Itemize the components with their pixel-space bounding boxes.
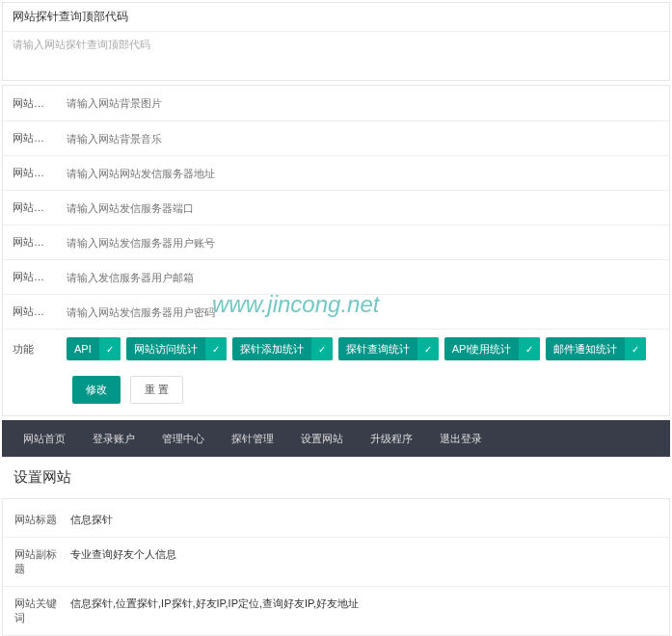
feature-visit-stats[interactable]: 网站访问统计✓ [126, 337, 227, 360]
features-label: 功能 [3, 334, 59, 364]
send-mail-input[interactable] [67, 272, 661, 283]
send-pwd-label: 网站发信... [3, 297, 59, 327]
probe-top-code-section: 网站探针查询顶部代码 请输入网站探针查询顶部代码 [2, 2, 670, 81]
nav-upgrade[interactable]: 升级程序 [357, 420, 426, 457]
feature-probe-add-stats[interactable]: 探针添加统计✓ [232, 337, 333, 360]
send-mail-label: 网站发信... [3, 262, 59, 292]
send-port-label: 网站发信... [3, 193, 59, 223]
send-server-label: 网站发信... [3, 158, 59, 188]
nav-admin[interactable]: 管理中心 [148, 420, 218, 457]
nav-settings[interactable]: 设置网站 [287, 420, 357, 457]
bg-image-label: 网站背景... [3, 89, 59, 119]
check-icon: ✓ [625, 337, 646, 360]
send-port-input[interactable] [67, 202, 661, 214]
send-server-input[interactable] [67, 168, 661, 179]
reset-button[interactable]: 重 置 [130, 376, 183, 404]
page-title: 设置网站 [0, 459, 672, 496]
feature-api-use-stats[interactable]: API使用统计✓ [444, 337, 541, 360]
site-subtitle-value: 专业查询好友个人信息 [70, 547, 669, 576]
check-icon: ✓ [417, 337, 439, 360]
check-icon: ✓ [311, 337, 333, 360]
bg-image-input[interactable] [67, 97, 661, 109]
send-pwd-input[interactable] [67, 306, 661, 318]
nav-probe[interactable]: 探针管理 [218, 420, 287, 457]
site-subtitle-label: 网站副标题 [3, 547, 70, 576]
feature-mail-notify-stats[interactable]: 邮件通知统计✓ [546, 337, 646, 360]
submit-button[interactable]: 修改 [72, 376, 121, 404]
send-user-label: 网站发信... [3, 227, 59, 257]
site-info: 网站标题 信息探针 网站副标题 专业查询好友个人信息 网站关键词 信息探针,位置… [2, 498, 670, 636]
site-keywords-label: 网站关键词 [3, 596, 70, 625]
probe-top-code-placeholder[interactable]: 请输入网站探针查询顶部代码 [13, 39, 150, 50]
feature-probe-query-stats[interactable]: 探针查询统计✓ [338, 337, 439, 360]
check-icon: ✓ [519, 337, 540, 360]
nav-logout[interactable]: 退出登录 [426, 420, 496, 457]
check-icon: ✓ [99, 337, 121, 360]
site-title-value: 信息探针 [70, 513, 669, 527]
section-title: 网站探针查询顶部代码 [3, 3, 669, 32]
navbar: 网站首页 登录账户 管理中心 探针管理 设置网站 升级程序 退出登录 [2, 420, 670, 457]
bg-music-label: 网站背景... [3, 123, 59, 153]
settings-form: 网站背景... 网站背景... 网站发信... 网站发信... 网站发信... … [2, 85, 670, 416]
features-group: API✓ 网站访问统计✓ 探针添加统计✓ 探针查询统计✓ API使用统计✓ 邮件… [59, 330, 654, 368]
send-user-input[interactable] [67, 237, 661, 249]
site-title-label: 网站标题 [3, 513, 70, 527]
check-icon: ✓ [205, 337, 227, 360]
feature-api[interactable]: API✓ [67, 337, 121, 360]
nav-home[interactable]: 网站首页 [10, 420, 79, 457]
bg-music-input[interactable] [67, 133, 661, 145]
nav-login[interactable]: 登录账户 [79, 420, 148, 457]
site-keywords-value: 信息探针,位置探针,IP探针,好友IP,IP定位,查询好友IP,好友地址 [70, 596, 669, 625]
